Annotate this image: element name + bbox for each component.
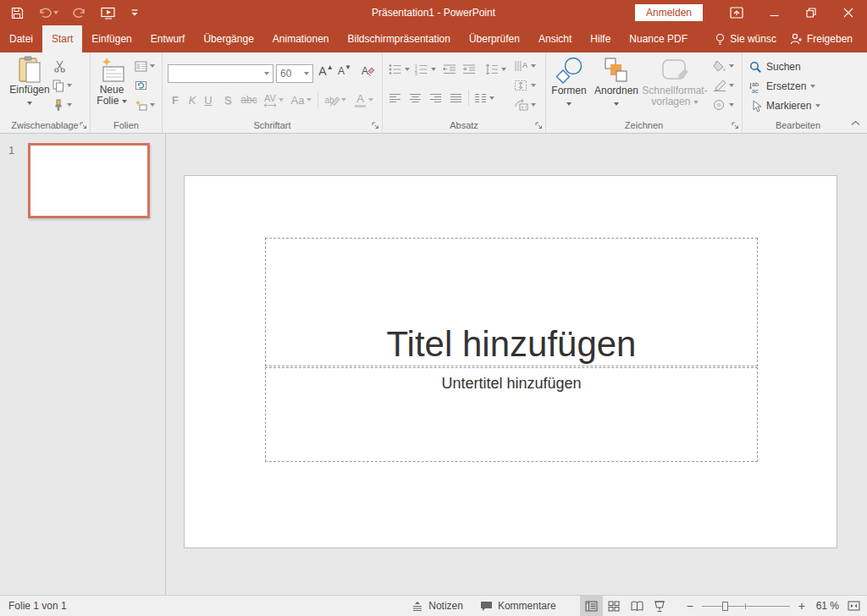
format-painter-button[interactable] [52, 96, 72, 113]
text-shadow-button[interactable]: S [222, 91, 234, 108]
subtitle-placeholder[interactable]: Untertitel hinzufügen [265, 367, 758, 462]
save-icon[interactable] [11, 7, 24, 19]
restore-button[interactable] [792, 0, 830, 25]
align-right-button[interactable] [429, 90, 442, 107]
tab-entwurf[interactable]: Entwurf [141, 25, 195, 52]
close-button[interactable] [830, 0, 867, 25]
comments-button[interactable]: Kommentare [472, 596, 565, 616]
numbering-button[interactable]: 123 [415, 61, 436, 78]
shrink-font-button[interactable]: A▼ [336, 63, 353, 80]
copy-button[interactable] [52, 77, 72, 94]
customize-qat-icon[interactable] [130, 8, 139, 17]
zoom-in-icon[interactable]: + [795, 599, 809, 613]
align-center-button[interactable] [409, 90, 422, 107]
group-font: 60 A▲ A▼ A F K U S abc AV Aa [163, 52, 383, 133]
quick-styles-button[interactable]: Schnellformat- vorlagen [641, 54, 709, 107]
zoom-out-icon[interactable]: − [683, 599, 697, 613]
font-dialog-launcher-icon[interactable] [372, 122, 379, 129]
paragraph-dialog-launcher-icon[interactable] [535, 122, 543, 129]
text-direction-button[interactable]: A [514, 58, 536, 74]
replace-button[interactable]: abac Ersetzen [749, 78, 815, 95]
notes-button[interactable]: Notizen [403, 596, 472, 616]
collapse-ribbon-icon[interactable] [851, 120, 860, 126]
paste-clipboard-icon [8, 56, 51, 85]
slide[interactable]: Titel hinzufügen Untertitel hinzufügen [184, 175, 837, 548]
decrease-indent-button[interactable] [443, 61, 456, 78]
font-size-combo[interactable]: 60 [276, 64, 313, 83]
text-direction-icon: A [514, 60, 528, 72]
underline-button[interactable]: U [202, 91, 214, 108]
zoom-level[interactable]: 61 % [809, 600, 842, 612]
select-button[interactable]: Markieren [749, 97, 820, 114]
highlight-color-button[interactable]: ab [322, 91, 349, 108]
bullets-icon [389, 63, 402, 75]
replace-icon: abac [749, 80, 762, 93]
zoom-slider-thumb[interactable] [722, 602, 728, 611]
align-left-button[interactable] [389, 90, 401, 107]
tab-ansicht[interactable]: Ansicht [529, 25, 581, 52]
fit-slide-button[interactable] [842, 596, 865, 616]
line-spacing-button[interactable] [485, 61, 506, 78]
view-reading-button[interactable] [626, 596, 649, 616]
paste-button[interactable]: Einfügen [8, 54, 51, 107]
bold-button[interactable]: F [169, 91, 181, 108]
tab-uebergaenge[interactable]: Übergänge [194, 25, 262, 52]
smartart-button[interactable] [514, 96, 536, 113]
find-button[interactable]: Suchen [749, 58, 801, 75]
slide-thumbnail-panel[interactable]: 1 [0, 134, 166, 595]
quick-styles-label2: vorlagen [651, 96, 690, 107]
italic-button[interactable]: K [186, 91, 198, 108]
zoom-slider[interactable] [702, 596, 790, 616]
layout-button[interactable] [135, 58, 155, 74]
change-case-button[interactable]: Aa [289, 91, 314, 108]
underline-label: U [204, 94, 212, 107]
cut-button[interactable] [53, 58, 66, 74]
shape-fill-button[interactable] [713, 58, 734, 74]
grow-font-button[interactable]: A▲ [318, 63, 334, 80]
drawing-dialog-launcher-icon[interactable] [732, 122, 739, 129]
shape-effects-button[interactable] [713, 96, 734, 113]
shape-outline-button[interactable] [713, 77, 734, 94]
increase-indent-button[interactable] [462, 61, 476, 78]
reset-slide-button[interactable] [135, 77, 147, 94]
tab-einfuegen[interactable]: Einfügen [82, 25, 141, 52]
font-size-dropdown-icon[interactable] [300, 65, 312, 82]
tab-datei[interactable]: Datei [0, 25, 42, 52]
view-slide-sorter-button[interactable] [603, 596, 626, 616]
tab-nuance-pdf[interactable]: Nuance PDF [620, 25, 697, 52]
font-color-button[interactable]: A [352, 91, 376, 108]
shapes-button[interactable]: Formen [548, 54, 590, 108]
tellme-box[interactable]: Sie wünsc [709, 33, 782, 46]
section-button[interactable] [135, 96, 155, 113]
view-slideshow-button[interactable] [649, 596, 671, 616]
character-spacing-button[interactable]: AV [261, 91, 286, 108]
font-name-combo[interactable] [168, 64, 273, 83]
smartart-icon [514, 99, 528, 111]
shapes-label: Formen [548, 85, 590, 96]
strikethrough-button[interactable]: abc [239, 91, 259, 108]
view-normal-button[interactable] [580, 596, 603, 616]
tab-ueberpruefen[interactable]: Überprüfen [460, 25, 529, 52]
arrange-button[interactable]: Anordnen [593, 54, 640, 108]
title-placeholder[interactable]: Titel hinzufügen [265, 238, 758, 366]
tab-hilfe[interactable]: Hilfe [581, 25, 620, 52]
start-slideshow-icon[interactable] [101, 7, 116, 19]
slide-thumbnail[interactable] [28, 143, 150, 218]
new-slide-button[interactable]: Neue Folie [92, 54, 131, 107]
signin-button[interactable]: Anmelden [635, 4, 703, 21]
font-name-dropdown-icon[interactable] [260, 65, 273, 82]
columns-button[interactable] [474, 90, 494, 107]
tab-bildschirmpraesentation[interactable]: Bildschirmpräsentation [339, 25, 460, 52]
tab-animationen[interactable]: Animationen [263, 25, 339, 52]
share-button[interactable]: Freigeben [784, 33, 859, 45]
justify-button[interactable] [450, 90, 462, 107]
bullets-button[interactable] [389, 61, 410, 78]
align-text-icon [514, 80, 528, 91]
align-text-button[interactable] [514, 77, 536, 94]
quick-styles-icon [641, 57, 709, 85]
clipboard-dialog-launcher-icon[interactable] [80, 122, 87, 129]
minimize-button[interactable] [755, 0, 792, 25]
tab-start[interactable]: Start [42, 25, 82, 52]
clear-formatting-button[interactable]: A [358, 63, 377, 80]
ribbon-display-options-icon[interactable] [718, 0, 755, 25]
